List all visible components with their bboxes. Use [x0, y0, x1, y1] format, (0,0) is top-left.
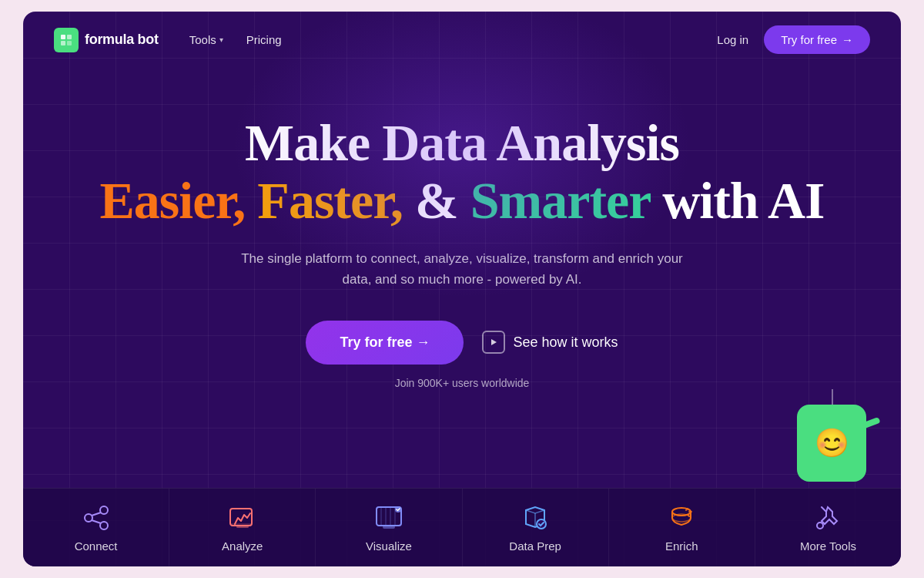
- svg-rect-0: [61, 35, 65, 39]
- svg-line-23: [822, 507, 826, 512]
- svg-point-5: [85, 514, 92, 522]
- svg-point-24: [817, 523, 823, 529]
- see-how-button[interactable]: See how it works: [482, 331, 618, 354]
- bottom-nav-connect[interactable]: Connect: [23, 489, 169, 566]
- word-faster: Faster,: [257, 171, 403, 230]
- navbar: formula bot Tools ▾ Pricing Log in Try f…: [23, 12, 901, 68]
- data-prep-label: Data Prep: [509, 539, 561, 553]
- analyze-label: Analyze: [222, 539, 263, 553]
- try-free-nav-button[interactable]: Try for free →: [764, 25, 870, 54]
- tools-nav-link[interactable]: Tools ▾: [189, 33, 223, 46]
- mascot-arm: [860, 417, 880, 429]
- svg-line-9: [92, 520, 101, 523]
- logo-icon: [54, 28, 79, 52]
- logo-text: formula bot: [85, 32, 159, 48]
- svg-line-8: [92, 512, 101, 516]
- enrich-icon: [666, 502, 697, 533]
- connect-icon: [81, 502, 112, 533]
- connect-label: Connect: [75, 539, 118, 553]
- svg-rect-11: [236, 526, 249, 528]
- play-icon: [482, 331, 505, 354]
- svg-marker-4: [491, 339, 497, 345]
- bottom-nav-enrich[interactable]: Enrich: [609, 489, 755, 566]
- analyze-icon: [227, 502, 258, 533]
- nav-right: Log in Try for free →: [717, 25, 870, 54]
- chevron-down-icon: ▾: [219, 35, 223, 44]
- svg-rect-18: [383, 526, 395, 529]
- word-easier: Easier,: [100, 171, 246, 230]
- main-container: formula bot Tools ▾ Pricing Log in Try f…: [23, 12, 901, 566]
- svg-rect-1: [67, 35, 72, 39]
- try-free-button[interactable]: Try for free →: [306, 321, 464, 365]
- arrow-icon: →: [842, 33, 853, 46]
- bottom-nav-visualize[interactable]: Visualize: [316, 489, 462, 566]
- mascot-body: 😊: [797, 405, 866, 482]
- word-with-ai: with AI: [662, 171, 824, 230]
- logo[interactable]: formula bot: [54, 28, 159, 52]
- more-tools-label: More Tools: [800, 539, 856, 553]
- svg-point-6: [100, 506, 108, 514]
- bottom-nav-data-prep[interactable]: Data Prep: [463, 489, 609, 566]
- more-tools-icon: [812, 502, 843, 533]
- svg-rect-2: [61, 41, 65, 45]
- pricing-nav-link[interactable]: Pricing: [246, 33, 282, 46]
- nav-links: Tools ▾ Pricing: [189, 33, 282, 46]
- hero-title-line1: Make Data Analysis: [54, 114, 870, 172]
- svg-point-7: [100, 522, 108, 529]
- visualize-label: Visualize: [366, 539, 412, 553]
- word-and: &: [415, 171, 458, 230]
- enrich-label: Enrich: [665, 539, 698, 553]
- data-prep-icon: [520, 502, 551, 533]
- bottom-nav-more-tools[interactable]: More Tools: [755, 489, 901, 566]
- mascot-face: 😊: [815, 427, 849, 459]
- hero-section: Make Data Analysis Easier, Faster, & Sma…: [23, 68, 901, 420]
- visualize-icon: [373, 502, 404, 533]
- hero-buttons: Try for free → See how it works: [54, 321, 870, 365]
- hero-title-line2: Easier, Faster, & Smarter with AI: [54, 172, 870, 230]
- bottom-nav: Connect Analyze Visu: [23, 488, 901, 566]
- join-text: Join 900K+ users worldwide: [54, 377, 870, 389]
- login-link[interactable]: Log in: [717, 33, 748, 46]
- svg-rect-3: [67, 41, 72, 45]
- word-smarter: Smarter: [470, 171, 650, 230]
- bottom-nav-analyze[interactable]: Analyze: [169, 489, 316, 566]
- hero-subtitle: The single platform to connect, analyze,…: [231, 248, 693, 290]
